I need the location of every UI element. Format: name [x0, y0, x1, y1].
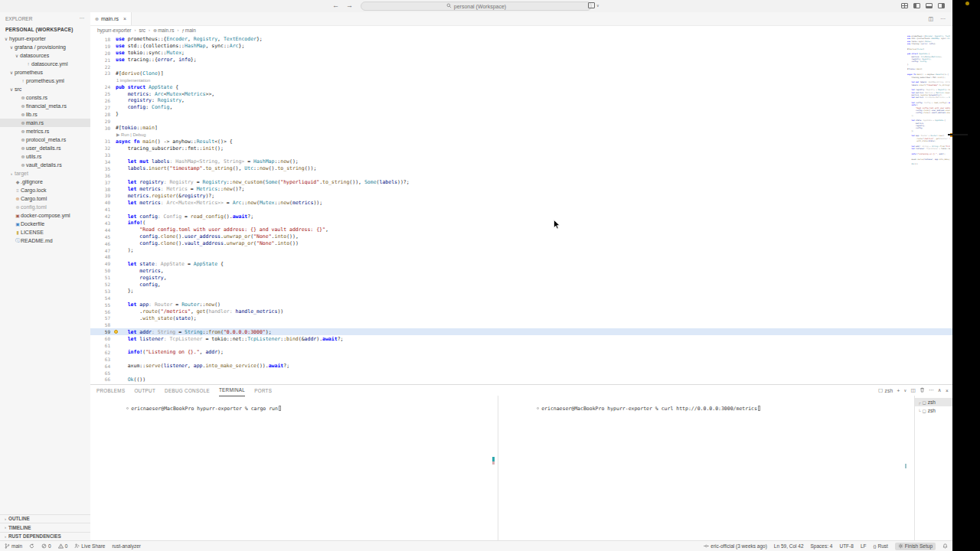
tree-item-main-rs[interactable]: ⊛main.rs: [0, 119, 90, 127]
breadcrumb-item-hypurr-exporter[interactable]: hypurr-exporter: [97, 28, 131, 33]
breadcrumb-item-src[interactable]: src: [139, 28, 145, 33]
panel-tab-debug-console[interactable]: DEBUG CONSOLE: [165, 385, 210, 396]
new-terminal-button[interactable]: +: [897, 388, 900, 393]
sidebar-section-outline[interactable]: ›OUTLINE: [0, 514, 90, 523]
code-lens[interactable]: 1 implementation: [90, 77, 952, 83]
code-line-25[interactable]: 25 metrics: Arc<Mutex<Metrics>>,: [90, 90, 952, 97]
panel-tab-output[interactable]: OUTPUT: [134, 385, 155, 396]
code-line-52[interactable]: 52 config,: [90, 281, 952, 288]
nav-forward-button[interactable]: →: [346, 2, 353, 9]
code-line-60[interactable]: 60 let listener: TcpListener = tokio::ne…: [90, 335, 952, 342]
code-line-46[interactable]: 46 config.clone().vault_address.unwrap_o…: [90, 240, 952, 247]
code-line-53[interactable]: 53 };: [90, 288, 952, 295]
toggle-panel-icon[interactable]: [926, 3, 933, 8]
minimap[interactable]: use prometheus::{Encoder, Registry, Text…: [907, 35, 950, 167]
terminal-right[interactable]: ericnaeser@MacBookPro hypurr-exporter % …: [507, 399, 760, 418]
code-line-49[interactable]: 49 let state: AppState = AppState {: [90, 260, 952, 267]
code-line-44[interactable]: 44 "Read config.toml with user address: …: [90, 227, 952, 233]
code-line-30[interactable]: 30#[tokio::main]: [90, 125, 952, 132]
code-line-57[interactable]: 57 .with_state(state);: [90, 315, 952, 322]
code-line-26[interactable]: 26 registry: Registry,: [90, 97, 952, 104]
code-line-19[interactable]: 19use std::{collections::HashMap, sync::…: [90, 43, 952, 50]
code-line-59[interactable]: 59 let addr: String = String::from("0.0.…: [90, 328, 952, 335]
status-spaces-4[interactable]: Spaces: 4: [811, 543, 833, 549]
panel-tab-problems[interactable]: PROBLEMS: [96, 385, 125, 396]
code-line-39[interactable]: 39 metrics.register(&registry)?;: [90, 192, 952, 199]
code-line-31[interactable]: 31async fn main() -> anyhow::Result<()> …: [90, 138, 952, 145]
code-line-63[interactable]: 63: [90, 356, 952, 363]
close-panel-icon[interactable]: ×: [946, 388, 949, 393]
status-bell[interactable]: [942, 543, 948, 549]
code-line-36[interactable]: 36: [90, 172, 952, 179]
breadcrumb-item-main-rs[interactable]: ⊛main.rs: [153, 28, 174, 33]
code-line-18[interactable]: 18use prometheus::{Encoder, Registry, Te…: [90, 36, 952, 43]
shell-selector[interactable]: ▢zsh: [878, 387, 893, 393]
tree-item-user-details-rs[interactable]: ⊛user_details.rs: [0, 144, 90, 152]
code-line-24[interactable]: 24pub struct AppState {: [90, 83, 952, 90]
status-finish-setup[interactable]: Finish Setup: [895, 543, 936, 550]
code-line-42[interactable]: 42 let config: Config = read_config().aw…: [90, 213, 952, 220]
code-line-38[interactable]: 38 let metrics: Metrics = Metrics::new()…: [90, 186, 952, 193]
tree-item-protocol-meta-rs[interactable]: ⊛protocol_meta.rs: [0, 135, 90, 144]
maximize-panel-icon[interactable]: ∧: [938, 387, 942, 393]
code-line-45[interactable]: 45 config.clone().user_address.unwrap_or…: [90, 233, 952, 240]
kill-terminal-icon[interactable]: [920, 387, 925, 393]
tree-item-hypurr-exporter[interactable]: ∨hypurr-exporter: [0, 34, 90, 43]
status-lf[interactable]: LF: [861, 543, 867, 549]
tree-item-utils-rs[interactable]: ⊛utils.rs: [0, 152, 90, 161]
editor-more-actions-icon[interactable]: ⋯: [940, 16, 946, 22]
code-line-54[interactable]: 54: [90, 295, 952, 302]
tree-item-cargo-lock[interactable]: ≡Cargo.lock: [0, 186, 90, 194]
code-lens[interactable]: ▶ Run | Debug: [90, 131, 952, 138]
code-line-51[interactable]: 51 registry,: [90, 274, 952, 281]
code-line-61[interactable]: 61: [90, 342, 952, 349]
close-tab-icon[interactable]: ×: [123, 16, 126, 21]
code-line-47[interactable]: 47 );: [90, 247, 952, 254]
terminal-list-item-zsh[interactable]: ┌▢zsh: [915, 398, 952, 406]
sidebar-section-timeline[interactable]: ›TIMELINE: [0, 523, 90, 532]
code-line-33[interactable]: 33: [90, 152, 952, 158]
split-terminal-icon[interactable]: ◫: [911, 387, 916, 393]
toggle-secondary-sidebar-icon[interactable]: [938, 3, 945, 8]
code-line-40[interactable]: 40 let metrics: Arc<Mutex<Metrics>> = Ar…: [90, 199, 952, 206]
code-line-21[interactable]: 21use tracing::{error, info};: [90, 57, 952, 64]
tree-item-prometheus[interactable]: ∨prometheus: [0, 68, 90, 77]
status-ln-59-col-42[interactable]: Ln 59, Col 42: [774, 543, 804, 549]
terminal-split-divider[interactable]: [498, 396, 498, 540]
status-eric-official-3-weeks-ago-[interactable]: eric-official (3 weeks ago): [704, 543, 767, 549]
code-line-66[interactable]: 66 Ok(()): [90, 377, 952, 383]
code-line-22[interactable]: 22: [90, 64, 952, 70]
toggle-sidebar-icon[interactable]: [913, 3, 920, 8]
code-line-56[interactable]: 56 .route("/metrics", get(handler: handl…: [90, 308, 952, 315]
code-line-29[interactable]: 29: [90, 118, 952, 125]
panel-tab-ports[interactable]: PORTS: [254, 385, 272, 396]
tree-item-target[interactable]: ›target: [0, 169, 90, 178]
split-editor-icon[interactable]: ◫: [928, 16, 933, 22]
code-line-34[interactable]: 34 let mut labels: HashMap<String, Strin…: [90, 158, 952, 165]
status-0[interactable]: 0: [58, 543, 68, 549]
tree-item-datasource-yml[interactable]: !datasource.yml: [0, 60, 90, 68]
tree-item-grafana-provisioning[interactable]: ∨grafana / provisioning: [0, 43, 90, 51]
code-line-41[interactable]: 41: [90, 206, 952, 213]
code-line-35[interactable]: 35 labels.insert("timestamp".to_string()…: [90, 165, 952, 172]
code-line-32[interactable]: 32 tracing_subscriber::fmt::init();: [90, 145, 952, 152]
terminal-left[interactable]: ericnaeser@MacBookPro hypurr-exporter % …: [96, 399, 281, 418]
code-line-62[interactable]: 62 info!("Listening on {}.", addr);: [90, 349, 952, 356]
status-utf-8[interactable]: UTF-8: [839, 543, 853, 549]
panel-more-actions-icon[interactable]: ⋯: [929, 387, 934, 393]
code-editor[interactable]: 18use prometheus::{Encoder, Registry, Te…: [90, 34, 952, 386]
tree-item-lib-rs[interactable]: ⊛lib.rs: [0, 110, 90, 119]
breadcrumb-item-main[interactable]: ƒmain: [181, 28, 195, 33]
status-rust-analyzer[interactable]: rust-analyzer: [112, 543, 141, 549]
tree-item-financial-meta-rs[interactable]: ⊛financial_meta.rs: [0, 102, 90, 110]
tree-item-docker-compose-yml[interactable]: ▣docker-compose.yml: [0, 211, 90, 220]
customize-layout-icon[interactable]: [901, 3, 908, 8]
code-line-43[interactable]: 43 info!(: [90, 220, 952, 227]
tree-item--gitignore[interactable]: ◆.gitignore: [0, 178, 90, 186]
code-line-37[interactable]: 37 let registry: Registry = Registry::ne…: [90, 179, 952, 186]
workspace-section-header[interactable]: PERSONAL (WORKSPACE): [0, 21, 90, 34]
status-main[interactable]: main: [5, 543, 22, 549]
tree-item-cargo-toml[interactable]: ⊛Cargo.toml: [0, 194, 90, 203]
code-line-20[interactable]: 20use tokio::sync::Mutex;: [90, 50, 952, 57]
code-line-64[interactable]: 64 axum::serve(listener, app.into_make_s…: [90, 363, 952, 370]
